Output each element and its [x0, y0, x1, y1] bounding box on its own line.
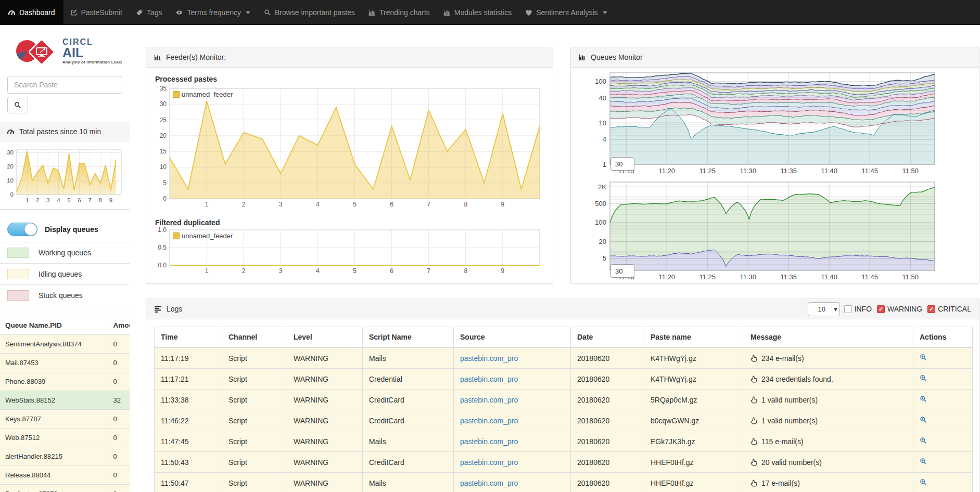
svg-text:11:50: 11:50: [902, 167, 919, 175]
queue-row: Phone.880390: [0, 372, 130, 391]
queue-name: Keys.87787: [0, 410, 108, 429]
search-plus-icon[interactable]: [920, 374, 927, 382]
bar-chart-icon: [368, 9, 376, 16]
log-actions: [913, 473, 973, 492]
page-size-select[interactable]: 10 ▾: [808, 302, 840, 316]
search-plus-icon[interactable]: [920, 354, 927, 361]
search-plus-icon[interactable]: [920, 416, 927, 423]
queue-amount: 0: [108, 410, 130, 429]
queues-bottom-window-input[interactable]: 30: [610, 264, 634, 278]
log-row: 11:46:22ScriptWARNINGCreditCardpastebin.…: [155, 410, 973, 431]
svg-text:5: 5: [163, 179, 167, 187]
svg-text:40: 40: [599, 94, 606, 102]
search-plus-icon[interactable]: [920, 395, 927, 403]
logs-header-level: Level: [287, 327, 363, 348]
bar-chart-icon: [579, 54, 586, 61]
svg-text:35: 35: [160, 85, 167, 92]
checkbox-checked-icon[interactable]: ✓: [927, 305, 935, 313]
hand-up-icon: [750, 355, 757, 362]
display-queues-toggle[interactable]: [7, 223, 37, 236]
logs-header-channel: Channel: [222, 327, 287, 348]
svg-text:9: 9: [109, 197, 112, 203]
log-script: CreditCard: [363, 390, 454, 410]
log-time: 11:46:22: [155, 410, 222, 431]
source-link[interactable]: pastebin.com_pro: [460, 458, 518, 467]
log-script: CreditCard: [363, 452, 454, 473]
log-source: pastebin.com_pro: [454, 347, 571, 369]
source-link[interactable]: pastebin.com_pro: [460, 479, 518, 487]
svg-text:3: 3: [279, 267, 283, 275]
search-plus-icon[interactable]: [920, 478, 927, 486]
queue-amount: 0: [108, 447, 130, 466]
svg-text:2: 2: [36, 197, 39, 203]
svg-text:6: 6: [78, 197, 81, 203]
queue-amount: 32: [108, 391, 130, 410]
filter-critical[interactable]: ✓CRITICAL: [927, 305, 971, 313]
search-plus-icon[interactable]: [920, 437, 927, 444]
nav-item-terms-frequency[interactable]: Terms frequency: [169, 0, 257, 25]
source-link[interactable]: pastebin.com_pro: [460, 354, 518, 362]
logs-title: Logs: [167, 305, 182, 313]
nav-item-sentiment-analysis[interactable]: Sentiment Analysis: [518, 0, 614, 25]
stuck-swatch: [7, 290, 29, 301]
queue-row: Release.880440: [0, 466, 130, 485]
svg-text:6: 6: [390, 201, 393, 208]
bar-chart-icon: [154, 54, 161, 61]
log-level: WARNING: [287, 347, 363, 369]
svg-text:0.0: 0.0: [158, 262, 167, 269]
filter-warning[interactable]: ✓WARNING: [877, 305, 922, 313]
nav-item-browse-important-pastes[interactable]: Browse important pastes: [257, 0, 362, 25]
nav-item-pastesubmit[interactable]: PasteSubmit: [63, 0, 129, 25]
log-actions: [913, 410, 973, 431]
source-link[interactable]: pastebin.com_pro: [460, 417, 518, 425]
search-plus-icon[interactable]: [920, 458, 927, 465]
caret-down-icon: [246, 11, 250, 14]
queues-top-window-input[interactable]: 30: [610, 157, 634, 171]
logs-header-script-name: Script Name: [363, 327, 454, 348]
nav-item-label: Browse important pastes: [275, 8, 355, 17]
nav-item-dashboard[interactable]: Dashboard: [0, 0, 63, 25]
svg-text:4: 4: [57, 197, 60, 203]
log-date: 20180620: [571, 473, 644, 492]
search-paste-input[interactable]: [7, 76, 122, 94]
nav-item-trending-charts[interactable]: Trending charts: [362, 0, 437, 25]
svg-text:25: 25: [160, 116, 167, 124]
tag-icon: [136, 9, 143, 16]
queue-name: SentimentAnalysis.88374: [0, 335, 108, 354]
svg-text:8: 8: [464, 267, 467, 275]
svg-text:11:35: 11:35: [780, 167, 797, 175]
search-button[interactable]: [7, 97, 28, 113]
filter-label: WARNING: [887, 305, 922, 313]
checkbox-checked-icon[interactable]: ✓: [877, 305, 885, 313]
log-date: 20180620: [571, 390, 644, 410]
log-paste: b0cqwGWN.gz: [644, 410, 744, 431]
svg-text:10: 10: [599, 119, 606, 127]
log-level: WARNING: [287, 452, 363, 473]
svg-text:4: 4: [316, 267, 320, 275]
queue-row: SentimentAnalysis.883740: [0, 335, 130, 354]
checkbox-unchecked-icon[interactable]: [844, 305, 852, 313]
log-script: Mails: [363, 473, 454, 492]
filter-info[interactable]: INFO: [844, 305, 872, 313]
log-date: 20180620: [571, 347, 644, 369]
legend-row-working: Working queues: [0, 242, 130, 264]
log-level: WARNING: [287, 473, 363, 492]
nav-item-tags[interactable]: Tags: [129, 0, 169, 25]
queue-name: Duplicates.87079: [0, 485, 108, 492]
edit-icon: [70, 9, 78, 16]
log-time: 11:50:43: [155, 452, 222, 473]
log-paste: 5RQap0cM.gz: [644, 390, 744, 410]
log-date: 20180620: [571, 452, 644, 473]
source-link[interactable]: pastebin.com_pro: [460, 437, 518, 446]
idling-swatch: [7, 269, 29, 279]
log-time: 11:17:19: [155, 347, 222, 369]
queue-amount: 0: [108, 372, 130, 391]
queue-name: Release.88044: [0, 466, 108, 485]
logs-header-actions: Actions: [913, 327, 973, 348]
svg-text:4: 4: [603, 135, 606, 143]
log-paste: HHEF0tHf.gz: [644, 473, 744, 492]
source-link[interactable]: pastebin.com_pro: [460, 375, 518, 383]
source-link[interactable]: pastebin.com_pro: [460, 396, 518, 404]
queues-processed-chart: 5201005002K11:1511:2011:2511:3011:3511:4…: [579, 179, 971, 286]
nav-item-modules-statistics[interactable]: Modules statistics: [437, 0, 518, 25]
